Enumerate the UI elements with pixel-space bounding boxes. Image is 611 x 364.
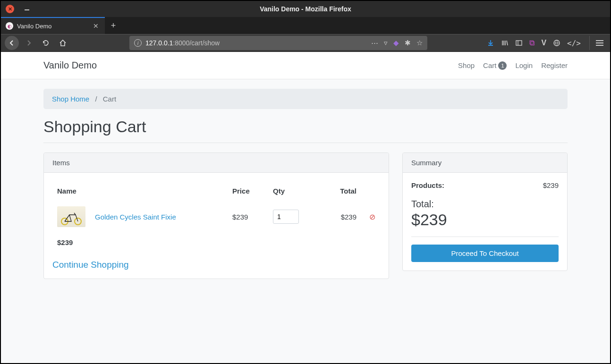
summary-card: Summary Products: $239 Total: $239 Proce… <box>402 152 568 271</box>
extension-purple-icon[interactable]: ⧉ <box>529 39 535 47</box>
summary-card-header: Summary <box>403 153 567 173</box>
site-header: Vanilo Demo Shop Cart 1 Login Register <box>1 52 610 79</box>
url-host: 127.0.0.1 <box>145 39 173 47</box>
tab-title: Vanilo Demo <box>17 23 92 30</box>
col-total: Total <box>322 181 361 201</box>
bug-icon[interactable]: ✱ <box>405 39 411 47</box>
nav-register[interactable]: Register <box>541 61 568 69</box>
item-price: $239 <box>228 201 268 233</box>
summary-divider <box>411 237 559 237</box>
back-button[interactable] <box>5 36 19 50</box>
url-text: 127.0.0.1:8000/cart/show <box>145 39 367 47</box>
bike-icon <box>60 211 83 225</box>
window-minimize-button[interactable]: – <box>23 5 31 13</box>
new-tab-button[interactable]: + <box>105 17 122 34</box>
summary-total-label: Total: <box>411 199 559 210</box>
arrow-left-icon <box>8 39 16 47</box>
download-icon[interactable] <box>487 39 494 47</box>
product-link[interactable]: Golden Cycles Saint Fixie <box>95 213 176 221</box>
items-grand-total-row: $239 <box>52 233 380 252</box>
extension-diamond-icon[interactable]: ◆ <box>393 39 399 47</box>
breadcrumb-home[interactable]: Shop Home <box>52 95 89 103</box>
url-path: :8000/cart/show <box>173 39 220 47</box>
breadcrumb-current: Cart <box>103 95 116 103</box>
arrow-right-icon <box>25 39 33 47</box>
col-price: Price <box>228 181 268 201</box>
browser-toolbar: i 127.0.0.1:8000/cart/show ⋯ ▿ ◆ ✱ ☆ ⧉ <box>1 34 610 52</box>
checkout-button[interactable]: Proceed To Checkout <box>411 245 559 262</box>
col-name: Name <box>52 181 228 201</box>
favicon-icon: ◐ <box>6 22 13 30</box>
site-brand[interactable]: Vanilo Demo <box>43 60 97 71</box>
nav-login[interactable]: Login <box>515 61 533 69</box>
svg-rect-0 <box>516 41 522 45</box>
browser-tabstrip: ◐ Vanilo Demo ✕ + <box>1 17 610 34</box>
site-nav: Shop Cart 1 Login Register <box>458 61 568 70</box>
summary-products-label: Products: <box>411 181 444 189</box>
sidebar-icon[interactable] <box>515 39 523 47</box>
summary-total-value: $239 <box>411 211 559 229</box>
browser-tab[interactable]: ◐ Vanilo Demo ✕ <box>1 17 105 34</box>
library-icon[interactable] <box>501 39 509 47</box>
extension-v-icon[interactable]: V <box>541 39 546 47</box>
items-card: Items Name Price Qty Total <box>43 152 389 279</box>
remove-item-icon[interactable]: ⊘ <box>369 213 375 221</box>
page-viewport: Vanilo Demo Shop Cart 1 Login Register S… <box>1 52 610 363</box>
window-close-button[interactable]: ✕ <box>6 5 14 13</box>
close-tab-icon[interactable]: ✕ <box>92 22 100 30</box>
site-info-icon[interactable]: i <box>134 39 142 47</box>
summary-products-value: $239 <box>543 181 559 189</box>
items-table: Name Price Qty Total <box>52 181 380 252</box>
reload-button[interactable] <box>39 36 53 50</box>
continue-shopping-link[interactable]: Continue Shopping <box>52 260 129 270</box>
more-actions-icon[interactable]: ⋯ <box>371 39 378 47</box>
items-grand-total: $239 <box>52 233 361 252</box>
home-button[interactable] <box>56 36 70 50</box>
bookmark-icon[interactable]: ☆ <box>416 39 423 47</box>
window-title: Vanilo Demo - Mozilla Firefox <box>1 5 610 13</box>
summary-products-row: Products: $239 <box>411 181 559 189</box>
os-titlebar: ✕ – Vanilo Demo - Mozilla Firefox <box>1 1 610 17</box>
extension-globe-icon[interactable] <box>553 39 560 47</box>
pocket-icon[interactable]: ▿ <box>384 39 388 47</box>
items-card-header: Items <box>44 153 389 173</box>
nav-cart-label: Cart <box>483 61 496 69</box>
product-thumbnail[interactable] <box>57 206 85 227</box>
nav-cart[interactable]: Cart 1 <box>483 61 507 70</box>
menu-button[interactable] <box>589 36 604 50</box>
page-title: Shopping Cart <box>43 118 568 143</box>
qty-input[interactable] <box>273 210 299 224</box>
col-qty: Qty <box>268 181 322 201</box>
code-icon[interactable]: </> <box>567 39 581 48</box>
breadcrumb: Shop Home / Cart <box>43 89 568 109</box>
forward-button[interactable] <box>22 36 36 50</box>
item-total: $239 <box>322 201 361 233</box>
nav-shop[interactable]: Shop <box>458 61 475 69</box>
table-header-row: Name Price Qty Total <box>52 181 380 201</box>
url-bar[interactable]: i 127.0.0.1:8000/cart/show ⋯ ▿ ◆ ✱ ☆ <box>129 36 427 50</box>
cart-count-badge: 1 <box>498 61 507 70</box>
breadcrumb-sep: / <box>95 95 97 103</box>
reload-icon <box>42 39 50 47</box>
home-icon <box>59 39 67 47</box>
table-row: Golden Cycles Saint Fixie $239 $239 ⊘ <box>52 201 380 233</box>
